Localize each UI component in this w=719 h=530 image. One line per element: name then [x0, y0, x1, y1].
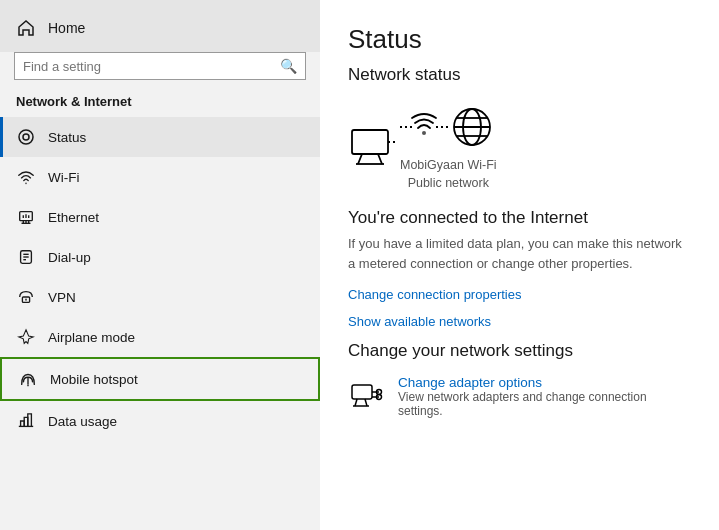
- wifi-icon: [16, 167, 36, 187]
- connected-heading: You're connected to the Internet: [348, 208, 691, 228]
- computer-icon: [348, 124, 400, 172]
- svg-rect-33: [352, 385, 372, 399]
- sidebar-item-label: Status: [48, 130, 86, 145]
- sidebar-item-label: VPN: [48, 290, 76, 305]
- svg-line-35: [365, 399, 367, 406]
- search-icon: 🔍: [280, 58, 297, 74]
- svg-point-26: [422, 131, 426, 135]
- vpn-icon: [16, 287, 36, 307]
- svg-point-16: [25, 299, 27, 301]
- network-diagram: MobiGyaan Wi-Fi Public network: [348, 103, 691, 192]
- svg-line-22: [378, 154, 382, 164]
- dialup-icon: [16, 247, 36, 267]
- page-title: Status: [348, 24, 691, 55]
- adapter-text: Change adapter options View network adap…: [398, 375, 691, 418]
- adapter-title[interactable]: Change adapter options: [398, 375, 691, 390]
- show-networks-link[interactable]: Show available networks: [348, 314, 691, 329]
- sidebar-item-label: Mobile hotspot: [50, 372, 138, 387]
- sidebar-item-status[interactable]: Status: [0, 117, 320, 157]
- sidebar-item-datausage[interactable]: Data usage: [0, 401, 320, 441]
- svg-point-2: [25, 182, 27, 184]
- network-name: MobiGyaan Wi-Fi: [400, 158, 497, 172]
- datausage-icon: [16, 411, 36, 431]
- globe-icon: [448, 103, 496, 151]
- hotspot-icon: [18, 369, 38, 389]
- adapter-icon: [348, 377, 384, 413]
- adapter-settings-item[interactable]: Change adapter options View network adap…: [348, 375, 691, 418]
- nav-items: Status Wi-Fi: [0, 117, 320, 530]
- sidebar-item-dialup[interactable]: Dial-up: [0, 237, 320, 277]
- home-icon: [16, 18, 36, 38]
- section-title: Network & Internet: [0, 90, 320, 117]
- connected-desc: If you have a limited data plan, you can…: [348, 234, 691, 273]
- svg-point-1: [23, 134, 29, 140]
- sidebar: Home 🔍 Network & Internet Status: [0, 0, 320, 530]
- network-type: Public network: [408, 176, 489, 190]
- change-settings-title: Change your network settings: [348, 341, 691, 361]
- change-connection-link[interactable]: Change connection properties: [348, 287, 691, 302]
- sidebar-item-ethernet[interactable]: Ethernet: [0, 197, 320, 237]
- svg-point-17: [27, 384, 29, 386]
- sidebar-item-label: Wi-Fi: [48, 170, 79, 185]
- home-label: Home: [48, 20, 85, 36]
- wifi-diagram-icon: [400, 103, 448, 151]
- sidebar-item-label: Data usage: [48, 414, 117, 429]
- search-box[interactable]: 🔍: [14, 52, 306, 80]
- sidebar-item-label: Ethernet: [48, 210, 99, 225]
- sidebar-item-vpn[interactable]: VPN: [0, 277, 320, 317]
- home-button[interactable]: Home: [0, 0, 320, 52]
- network-status-title: Network status: [348, 65, 691, 85]
- sidebar-item-hotspot[interactable]: Mobile hotspot: [0, 357, 320, 401]
- svg-rect-20: [352, 130, 388, 154]
- ethernet-icon: [16, 207, 36, 227]
- svg-point-0: [19, 130, 33, 144]
- status-icon: [16, 127, 36, 147]
- sidebar-item-wifi[interactable]: Wi-Fi: [0, 157, 320, 197]
- svg-line-21: [358, 154, 362, 164]
- sidebar-item-label: Airplane mode: [48, 330, 135, 345]
- main-content: Status Network status: [320, 0, 719, 530]
- search-input[interactable]: [23, 59, 280, 74]
- sidebar-item-label: Dial-up: [48, 250, 91, 265]
- svg-line-34: [355, 399, 357, 406]
- airplane-icon: [16, 327, 36, 347]
- sidebar-item-airplane[interactable]: Airplane mode: [0, 317, 320, 357]
- adapter-desc: View network adapters and change connect…: [398, 390, 691, 418]
